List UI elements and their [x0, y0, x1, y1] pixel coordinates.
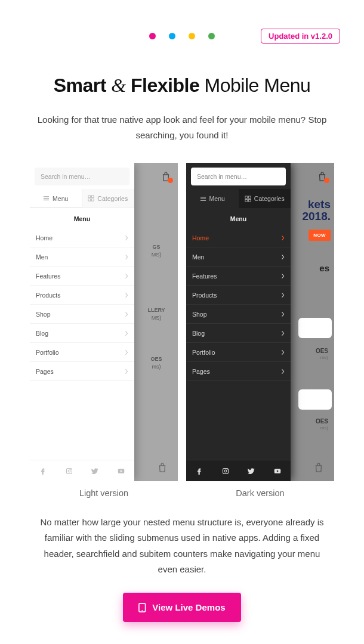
svg-point-13 [224, 470, 227, 472]
menu-item[interactable]: Products [186, 286, 291, 305]
menu-item-label: Blog [192, 330, 205, 337]
menu-item-label: Men [192, 253, 204, 261]
menu-item-label: Pages [192, 368, 210, 375]
twitter-icon[interactable] [91, 467, 99, 475]
menu-item[interactable]: Men [30, 247, 134, 267]
menu-item[interactable]: Features [30, 267, 134, 286]
chevron-right-icon [125, 273, 128, 279]
bg-text: 2018. [302, 210, 331, 222]
chevron-right-icon [281, 292, 285, 298]
svg-point-17 [142, 609, 143, 611]
page-title: Smart & Flexible Mobile Menu [24, 75, 340, 97]
svg-rect-0 [88, 196, 91, 198]
menu-item[interactable]: Portfolio [30, 343, 134, 362]
tabs: Menu Categories [186, 189, 291, 208]
menu-item-label: Features [192, 273, 217, 280]
menu-item-label: Home [192, 234, 209, 242]
chevron-right-icon [281, 349, 285, 355]
view-demos-button[interactable]: View Live Demos [123, 593, 240, 622]
menu-item-label: Shop [36, 311, 51, 318]
bg-text: ms) [135, 361, 178, 372]
chevron-right-icon [125, 330, 128, 336]
tablet-icon [138, 603, 146, 612]
search-placeholder: Search in menu… [197, 173, 247, 180]
tab-menu[interactable]: Menu [186, 189, 239, 208]
dot-green-icon [208, 33, 215, 39]
title-part1: Smart [54, 75, 106, 96]
chevron-right-icon [281, 273, 285, 279]
bottom-paragraph: No matter how large your nested menu str… [33, 515, 331, 577]
menu-item-label: Products [36, 292, 60, 299]
facebook-icon[interactable] [39, 467, 47, 475]
menu-item[interactable]: Shop [186, 305, 291, 324]
search-placeholder: Search in menu… [41, 173, 91, 180]
title-rest: Mobile Menu [205, 75, 311, 96]
demo-label-light: Light version [30, 488, 178, 498]
menu-list: Home Men Features Products Shop Blog Por… [30, 228, 134, 460]
tab-menu[interactable]: Menu [30, 189, 82, 208]
update-badge: Updated in v1.2.0 [261, 29, 340, 44]
tab-categories[interactable]: Categories [239, 189, 291, 208]
svg-rect-1 [92, 196, 94, 198]
chevron-right-icon [125, 311, 128, 317]
menu-item[interactable]: Blog [186, 324, 291, 343]
instagram-icon[interactable] [65, 467, 73, 475]
svg-rect-8 [245, 196, 248, 198]
grid-icon [245, 196, 251, 202]
hamburger-icon [200, 196, 206, 202]
chevron-right-icon [281, 311, 285, 317]
search-input[interactable]: Search in menu… [191, 168, 286, 185]
cta-row: View Live Demos [24, 593, 340, 622]
demo-label-dark: Dark version [186, 488, 334, 498]
menu-item[interactable]: Pages [30, 362, 134, 381]
menu-item-label: Blog [36, 330, 48, 337]
svg-point-14 [227, 469, 227, 469]
bg-text: ms) [320, 425, 328, 431]
menu-item[interactable]: Men [186, 247, 291, 267]
instagram-icon[interactable] [221, 467, 230, 475]
search-input[interactable]: Search in menu… [35, 168, 129, 185]
menu-item[interactable]: Blog [30, 324, 134, 343]
screenshot-light: GS MS) LLERY MS) OES ms) Search in menu… [30, 163, 178, 481]
menu-item[interactable]: Products [30, 286, 134, 305]
social-row [186, 460, 291, 481]
youtube-icon[interactable] [273, 467, 282, 475]
menu-item[interactable]: Home [30, 228, 134, 247]
svg-point-5 [68, 470, 70, 472]
menu-item-label: Men [36, 253, 48, 261]
demo-light: GS MS) LLERY MS) OES ms) Search in menu… [30, 163, 178, 498]
menu-item[interactable]: Home [186, 228, 291, 247]
chevron-right-icon [125, 292, 128, 298]
demo-dark: kets 2018. NOW es OES ms) OES ms) Search… [186, 163, 334, 498]
youtube-icon[interactable] [117, 467, 125, 475]
cta-label: View Live Demos [152, 602, 225, 612]
menu-item-label: Portfolio [36, 349, 59, 356]
tab-menu-label: Menu [53, 195, 68, 202]
menu-item[interactable]: Features [186, 267, 291, 286]
bg-text: OES [316, 348, 328, 354]
bg-text: kets [302, 199, 331, 210]
svg-rect-3 [92, 199, 94, 201]
menu-title: Menu [186, 208, 291, 228]
menu-item-label: Pages [36, 368, 54, 375]
drawer-dark: Search in menu… Menu Categories Menu [186, 163, 291, 481]
menu-list: Home Men Features Products Shop Blog Por… [186, 228, 291, 460]
svg-rect-2 [88, 199, 91, 201]
bg-text: es [319, 263, 329, 273]
tab-categories[interactable]: Categories [82, 189, 135, 208]
bag-icon [317, 171, 327, 182]
twitter-icon[interactable] [247, 467, 255, 475]
chevron-right-icon [125, 369, 128, 374]
cart-badge [324, 178, 329, 183]
svg-point-6 [70, 469, 71, 469]
menu-item[interactable]: Shop [30, 305, 134, 324]
chevron-right-icon [281, 330, 285, 336]
chevron-right-icon [125, 235, 128, 241]
menu-item[interactable]: Portfolio [186, 343, 291, 362]
chevron-right-icon [281, 254, 285, 260]
facebook-icon[interactable] [195, 467, 203, 475]
menu-title: Menu [30, 208, 134, 228]
dot-pink-icon [149, 33, 156, 39]
menu-item[interactable]: Pages [186, 362, 291, 381]
bag-icon [158, 462, 167, 473]
